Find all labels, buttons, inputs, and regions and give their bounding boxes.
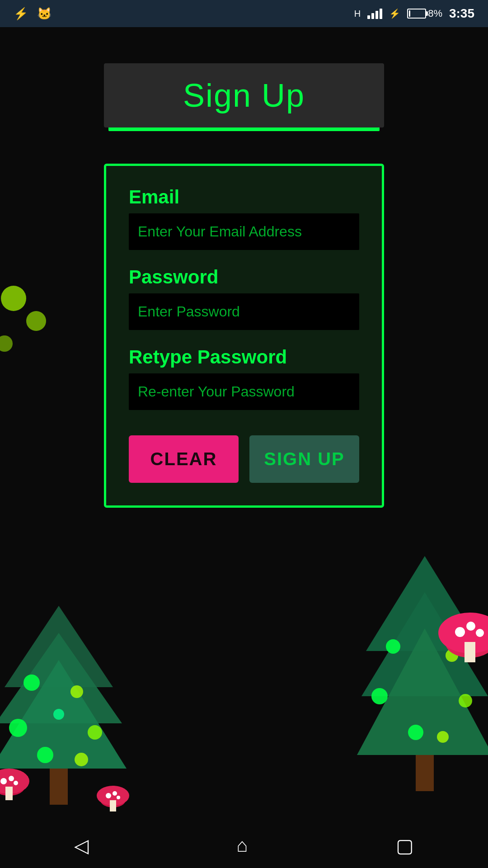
signal-bar-4 — [380, 9, 382, 19]
battery-box — [407, 9, 426, 19]
signal-bar-3 — [375, 11, 378, 19]
signal-bar-2 — [371, 13, 374, 19]
retype-password-field-group: Retype Password — [129, 346, 359, 426]
recent-button[interactable]: ▢ — [396, 835, 414, 857]
status-bar-right: H ⚡ 8% 3:35 — [354, 6, 474, 21]
signup-button[interactable]: SIGN UP — [249, 435, 359, 483]
email-label: Email — [129, 186, 359, 208]
home-icon: ⌂ — [236, 835, 248, 856]
signal-bar-1 — [367, 15, 370, 19]
battery-fill — [409, 10, 410, 17]
buttons-row: CLEAR SIGN UP — [129, 435, 359, 483]
back-button[interactable]: ◁ — [74, 835, 89, 857]
home-button[interactable]: ⌂ — [236, 835, 248, 856]
battery-container: 8% — [407, 8, 442, 19]
form-card: Email Password Retype Password CLEAR SIG… — [104, 164, 384, 508]
status-bar: ⚡ 🐱 H ⚡ 8% 3:35 — [0, 0, 488, 27]
retype-password-label: Retype Password — [129, 346, 359, 368]
title-container: Sign Up — [104, 63, 384, 127]
h-signal-icon: H — [354, 9, 361, 19]
password-field-group: Password — [129, 266, 359, 346]
battery-percent: 8% — [428, 8, 442, 19]
recent-icon: ▢ — [396, 835, 414, 857]
clear-button[interactable]: CLEAR — [129, 435, 239, 483]
email-field-group: Email — [129, 186, 359, 266]
main-content: Sign Up Email Password Retype Password C… — [0, 27, 488, 508]
status-bar-left: ⚡ 🐱 — [14, 7, 52, 21]
cat-icon: 🐱 — [37, 7, 52, 21]
password-label: Password — [129, 266, 359, 288]
password-input[interactable] — [129, 293, 359, 330]
page-title: Sign Up — [122, 77, 366, 114]
bottom-nav: ◁ ⌂ ▢ — [0, 823, 488, 868]
clock: 3:35 — [449, 6, 474, 21]
back-icon: ◁ — [74, 835, 89, 857]
retype-password-input[interactable] — [129, 373, 359, 410]
usb-icon: ⚡ — [14, 7, 28, 21]
charging-icon: ⚡ — [389, 8, 400, 19]
signal-bars — [367, 9, 382, 19]
email-input[interactable] — [129, 213, 359, 250]
